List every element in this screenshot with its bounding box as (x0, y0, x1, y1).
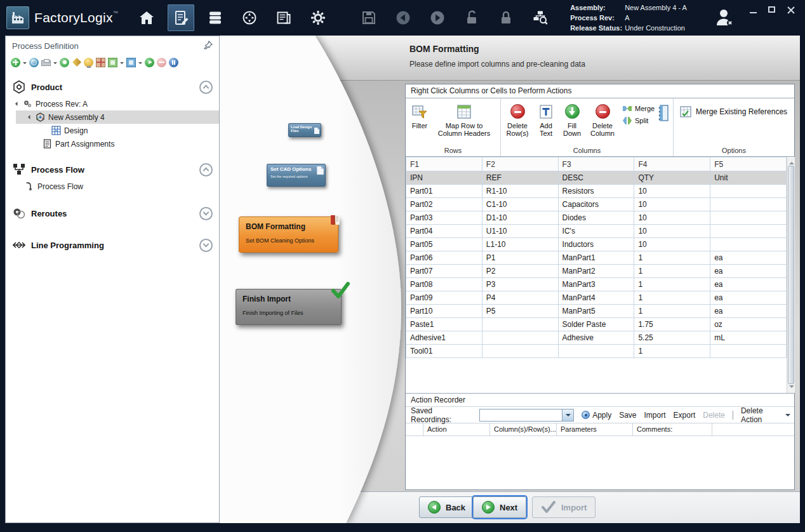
grid-cell[interactable]: Part09 (406, 291, 482, 305)
grid-cell[interactable]: IC's (558, 225, 634, 238)
grid-cell[interactable]: ea (710, 305, 787, 318)
undo-button[interactable] (390, 4, 416, 31)
process-definition-button[interactable] (168, 4, 194, 31)
add-text-button[interactable]: Add Text (534, 103, 558, 137)
expander-icon[interactable] (28, 115, 32, 119)
grid-cell[interactable] (558, 345, 634, 358)
play-circle-icon[interactable] (145, 58, 154, 67)
grid-cell[interactable]: 10 (634, 238, 710, 251)
grid-cell[interactable]: ManPart5 (558, 305, 634, 318)
layers-icon[interactable] (126, 58, 136, 67)
grid-cell[interactable] (710, 238, 787, 251)
grid-cell[interactable] (710, 198, 787, 211)
grid-cell[interactable]: Solder Paste (558, 318, 634, 331)
grid-cell[interactable]: Part03 (406, 211, 482, 225)
printer-dropdown-icon[interactable] (53, 62, 57, 66)
import-recording-button[interactable]: Import (644, 411, 666, 420)
pin-icon[interactable] (204, 41, 213, 51)
scroll-up-icon[interactable] (789, 159, 794, 164)
grid-cell[interactable]: P5 (482, 305, 558, 318)
save-button[interactable] (356, 4, 382, 31)
reroutes-collapse-button[interactable] (199, 207, 213, 220)
grid-cell[interactable]: 1.75 (634, 318, 710, 331)
magic-wand-icon[interactable] (72, 58, 81, 67)
next-button[interactable]: Next (473, 496, 526, 518)
grid-cell[interactable]: C1-10 (482, 198, 558, 211)
grid-cell[interactable]: ea (710, 278, 787, 291)
grid-cell[interactable]: 10 (634, 198, 710, 211)
printer-icon[interactable] (41, 60, 51, 66)
grid-cell[interactable]: ManPart2 (558, 265, 634, 278)
grid-cell[interactable]: Capacitors (558, 198, 634, 211)
wizard-step-bom-formatting[interactable]: BOM Formatting Set BOM Cleaning Options (239, 216, 338, 253)
grid-cell[interactable]: Part01 (406, 185, 482, 198)
lamp-icon[interactable] (84, 58, 93, 67)
grid-column-header[interactable]: F4 (634, 157, 710, 171)
delete-column-button[interactable]: Delete Column (586, 103, 619, 137)
grid-cell[interactable]: ManPart3 (558, 278, 634, 291)
pause-circle-icon[interactable] (169, 58, 178, 67)
scroll-down-icon[interactable] (789, 385, 794, 390)
import-button[interactable]: Import (532, 496, 595, 518)
grid-cell[interactable] (482, 318, 558, 331)
grid-cell[interactable]: DESC (558, 171, 634, 185)
save-recording-button[interactable]: Save (619, 411, 636, 420)
grid-cell[interactable]: ea (710, 265, 787, 278)
grid-column-header[interactable]: F1 (406, 157, 482, 171)
gift-icon[interactable] (96, 58, 105, 67)
filter-button[interactable]: Filter (406, 103, 434, 130)
grid-cell[interactable]: Paste1 (406, 318, 482, 331)
grid-cell[interactable]: ManPart1 (558, 251, 634, 265)
grid-cell[interactable] (710, 185, 787, 198)
unlock-button[interactable] (458, 4, 485, 31)
product-collapse-button[interactable] (199, 81, 213, 94)
grid-cell[interactable]: 1 (634, 265, 710, 278)
documents-button[interactable] (270, 4, 297, 31)
layers-dropdown-icon[interactable] (138, 62, 142, 66)
map-row-to-column-headers-button[interactable]: Map Row to Column Headers (434, 103, 495, 137)
combo-dropdown-button[interactable] (562, 409, 573, 421)
grid-cell[interactable]: Part07 (406, 265, 482, 278)
grid-cell[interactable] (710, 345, 787, 358)
grid-cell[interactable]: Part10 (406, 305, 482, 318)
add-dropdown-icon[interactable] (23, 62, 27, 66)
section-reroutes[interactable]: Reroutes (6, 203, 219, 223)
grid-cell[interactable]: 5.25 (634, 331, 710, 345)
grid-cell[interactable]: Part05 (406, 238, 482, 251)
tree-item-process-rev[interactable]: Process Rev: A (6, 97, 219, 110)
window-close-button[interactable] (787, 6, 795, 14)
grid-column-header[interactable]: F5 (710, 157, 787, 171)
grid-cell[interactable]: Adhesive1 (406, 331, 482, 345)
process-flow-collapse-button[interactable] (199, 163, 213, 176)
grid-cell[interactable]: Resistors (558, 185, 634, 198)
line-programming-collapse-button[interactable] (199, 239, 213, 252)
grid-cell[interactable]: ea (710, 251, 787, 265)
grid-cell[interactable]: 1 (634, 278, 710, 291)
grid-cell[interactable]: 10 (634, 185, 710, 198)
grid-cell[interactable]: Part04 (406, 225, 482, 238)
grid-scrollbar[interactable] (787, 157, 795, 393)
window-maximize-button[interactable] (768, 6, 775, 13)
ar-column-header[interactable]: Comments: (633, 423, 712, 436)
saved-recordings-select[interactable] (479, 409, 574, 422)
grid-cell[interactable]: Inductors (558, 238, 634, 251)
expander-icon[interactable] (15, 102, 20, 106)
back-button[interactable]: Back (419, 496, 474, 518)
grid-cell[interactable]: U1-10 (482, 225, 558, 238)
delete-recording-button[interactable]: Delete (703, 411, 725, 420)
tree-item-new-assembly[interactable]: New Assembly 4 (16, 110, 219, 124)
export-icon[interactable] (108, 58, 117, 67)
grid-cell[interactable]: Part08 (406, 278, 482, 291)
wizard-step-finish-import[interactable]: Finish Import Finish Importing of Files (236, 289, 342, 325)
globe-icon[interactable] (29, 58, 39, 67)
scroll-thumb[interactable] (788, 166, 794, 384)
grid-cell[interactable]: 10 (634, 211, 710, 225)
fill-down-button[interactable]: Fill Down (558, 103, 586, 137)
grid-cell[interactable]: 1 (634, 251, 710, 265)
grid-cell[interactable]: 10 (634, 225, 710, 238)
grid-cell[interactable]: 1 (634, 305, 710, 318)
section-product[interactable]: Product (6, 77, 219, 97)
delete-action-button[interactable]: Delete Action (741, 406, 785, 424)
user-button[interactable] (714, 6, 735, 30)
export-dropdown-icon[interactable] (120, 62, 124, 66)
